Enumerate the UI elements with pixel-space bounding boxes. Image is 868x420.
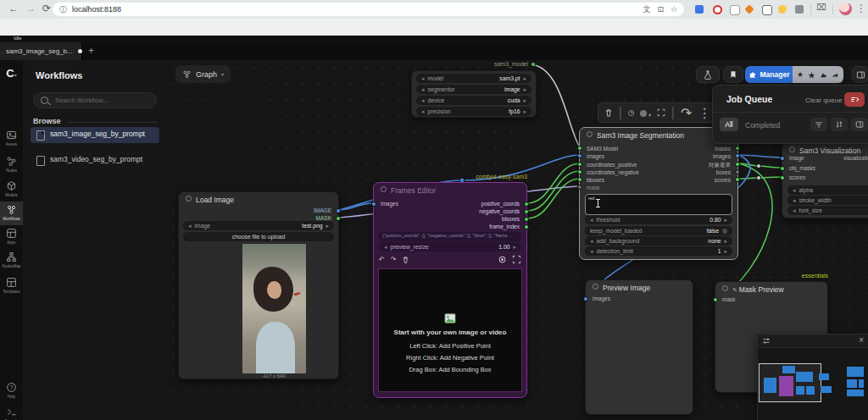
- queue-run-button[interactable]: [844, 92, 865, 107]
- site-info-icon[interactable]: ⓘ: [59, 4, 67, 15]
- delete-node-icon[interactable]: [604, 108, 613, 118]
- workflow-item-sam3-video[interactable]: sam3_video_seg_by_prompt: [31, 152, 159, 169]
- extension-red-ring-icon[interactable]: [713, 5, 722, 14]
- left-arrow-icon[interactable]: [384, 244, 391, 251]
- bboxes-output-port[interactable]: [524, 217, 529, 222]
- sidebar-item-nodes[interactable]: Nodes: [0, 156, 23, 173]
- obj-mask-output-port[interactable]: [735, 162, 740, 167]
- node-color-picker[interactable]: ▾: [640, 105, 651, 120]
- left-arrow-icon[interactable]: [590, 217, 597, 224]
- node-sam3-model[interactable]: modelsam3.pt segmentorimage devicecuda p…: [411, 70, 537, 118]
- bookmark-toggle-button[interactable]: [723, 66, 743, 83]
- scores-input-port[interactable]: [780, 175, 785, 180]
- target-icon[interactable]: [498, 255, 507, 264]
- graph-canvas[interactable]: Graph ▾ sam3_model modelsam3.pt segmento…: [165, 60, 868, 420]
- image-input-port[interactable]: [780, 156, 785, 161]
- tab-all[interactable]: All: [720, 118, 738, 131]
- right-arrow-icon[interactable]: [322, 223, 329, 229]
- left-arrow-icon[interactable]: [793, 187, 799, 194]
- workflow-item-sam3-image[interactable]: sam3_image_seg_by_prompt: [31, 127, 159, 143]
- redo-icon[interactable]: ↷: [391, 256, 397, 264]
- search-input[interactable]: [53, 96, 149, 105]
- left-arrow-icon[interactable]: [421, 86, 428, 93]
- sidebar-item-help[interactable]: ? Help: [0, 382, 23, 399]
- share-icon[interactable]: [832, 71, 839, 79]
- scores-output-port[interactable]: [735, 177, 740, 182]
- left-arrow-icon[interactable]: [188, 223, 195, 229]
- sam3-model-input-port[interactable]: [577, 146, 582, 151]
- bypass-icon[interactable]: ◷: [628, 108, 635, 117]
- left-arrow-icon[interactable]: [421, 75, 428, 82]
- right-arrow-icon[interactable]: [509, 244, 516, 251]
- workflow-tab[interactable]: sam3_image_seg_b...: [0, 42, 82, 60]
- minimap-close-icon[interactable]: ×: [859, 335, 864, 345]
- reading-list-icon[interactable]: ⊡: [657, 5, 664, 14]
- url-bar[interactable]: ⓘ localhost:8188 文 ⊡ ☆: [53, 3, 684, 16]
- collapse-dot-icon[interactable]: [381, 186, 387, 192]
- mask-input-port[interactable]: [713, 297, 718, 302]
- node-load-image[interactable]: Load Image IMAGE MASK imagetest.png choo…: [178, 191, 339, 379]
- image-output-port[interactable]: [336, 208, 341, 213]
- manager-button[interactable]: Manager: [745, 66, 793, 83]
- right-arrow-icon[interactable]: [721, 248, 727, 255]
- sidebar-item-console[interactable]: Console: [0, 406, 23, 420]
- left-arrow-icon[interactable]: [590, 248, 597, 255]
- extension-notes-icon[interactable]: [762, 5, 772, 15]
- images-input-port[interactable]: [577, 153, 582, 158]
- node-frames-editor[interactable]: Frames Editor images positive_coords neg…: [373, 182, 527, 398]
- breadcrumb[interactable]: Graph ▾: [175, 65, 231, 83]
- right-arrow-icon[interactable]: [520, 108, 526, 115]
- browser-menu-icon[interactable]: ⋮: [856, 3, 866, 14]
- back-icon[interactable]: ←: [8, 3, 19, 14]
- bboxes-input-port[interactable]: [577, 177, 582, 182]
- mask-input-port[interactable]: [577, 185, 582, 190]
- upload-button[interactable]: choose file to upload: [183, 232, 334, 241]
- workflow-search[interactable]: [33, 92, 157, 108]
- coordinates-positive-input-port[interactable]: [577, 162, 582, 167]
- positive-coords-output-port[interactable]: [524, 202, 529, 207]
- trash-icon[interactable]: [402, 256, 409, 264]
- extension-blue-icon[interactable]: [695, 5, 704, 14]
- left-arrow-icon[interactable]: [590, 238, 597, 245]
- left-arrow-icon[interactable]: [793, 207, 799, 214]
- extension-card-icon[interactable]: [730, 5, 740, 15]
- undo-icon[interactable]: ↶: [379, 256, 385, 264]
- negative-coords-output-port[interactable]: [524, 209, 529, 214]
- prompt-textarea[interactable]: red: [585, 194, 732, 215]
- left-arrow-icon[interactable]: [421, 97, 428, 104]
- obj-masks-input-port[interactable]: [780, 166, 785, 171]
- sidebar-item-templates[interactable]: Templates: [0, 277, 23, 294]
- expand-queue-button[interactable]: [851, 118, 868, 131]
- sidebar-item-apps[interactable]: Apps: [0, 228, 23, 245]
- badge-icon[interactable]: [808, 71, 815, 79]
- coords-json-preview[interactable]: {"positive_coords": [], "negative_coords…: [379, 232, 521, 241]
- fit-frame-icon[interactable]: [512, 255, 521, 264]
- mask-output-port[interactable]: [336, 216, 341, 221]
- translate-icon[interactable]: 文: [643, 4, 650, 15]
- bookmark-star-icon[interactable]: ☆: [670, 5, 677, 14]
- masks-output-port[interactable]: [735, 146, 740, 151]
- forward-icon[interactable]: →: [25, 3, 36, 14]
- right-arrow-icon[interactable]: [520, 86, 526, 93]
- star-icon[interactable]: ★: [797, 70, 804, 79]
- toggle-widget[interactable]: keep_model_loadedfalse: [585, 226, 732, 235]
- sidebar-item-workflows[interactable]: Workflows: [0, 204, 23, 221]
- filter-button[interactable]: [810, 118, 827, 131]
- more-options-icon[interactable]: ⋮: [698, 105, 711, 121]
- frame-nodes-icon[interactable]: [657, 108, 665, 117]
- sidebar-item-nodesmap[interactable]: NodesMap: [0, 251, 23, 268]
- profile-avatar[interactable]: [839, 3, 852, 15]
- right-arrow-icon[interactable]: [721, 238, 727, 245]
- images-input-port[interactable]: [583, 296, 588, 301]
- right-arrow-icon[interactable]: [721, 217, 727, 224]
- collapse-dot-icon[interactable]: [587, 131, 593, 137]
- sidebar-item-models[interactable]: Models: [0, 180, 23, 197]
- sort-button[interactable]: [831, 118, 848, 131]
- node-preview-image[interactable]: Preview Image images: [585, 279, 693, 415]
- new-tab-button[interactable]: +: [88, 45, 94, 57]
- collapse-dot-icon[interactable]: [722, 285, 728, 291]
- collapse-dot-icon[interactable]: [789, 146, 795, 152]
- app-logo[interactable]: C▾: [0, 67, 23, 80]
- lab-mode-button[interactable]: [696, 66, 720, 83]
- boxes-output-port[interactable]: [735, 169, 740, 174]
